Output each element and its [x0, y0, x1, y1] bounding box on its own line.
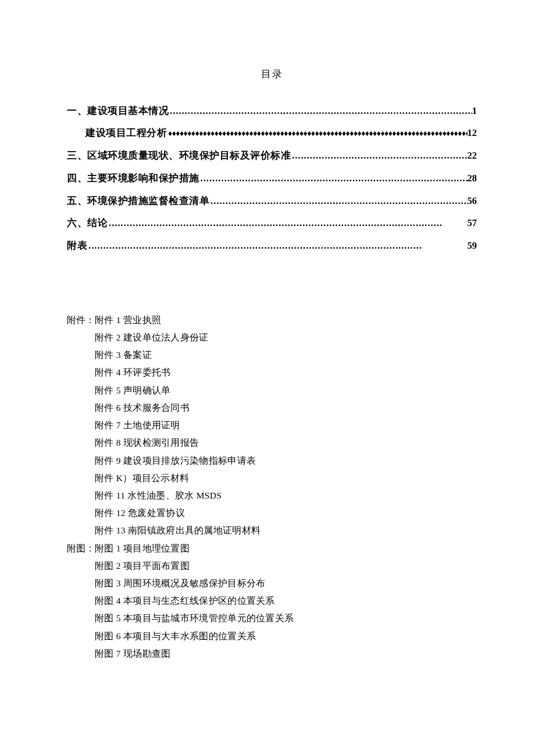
list-item: 附件 9 建设项目排放污染物指标申请表 [67, 452, 477, 470]
toc-page: 56 [468, 194, 477, 209]
toc-entry: 建设项目工程分析♦♦♦♦♦♦♦♦♦♦♦♦♦♦♦♦♦♦♦♦♦♦♦♦♦♦♦♦♦♦♦♦… [67, 126, 477, 141]
table-of-contents: 一、建设项目基本情况..............................… [67, 104, 477, 253]
toc-label: 四、主要环境影响和保护措施 [67, 171, 199, 186]
toc-page: 22 [468, 149, 477, 163]
list-item-text: 附图 5 本项目与盐城市环境管控单元的位置关系 [95, 610, 294, 627]
toc-entry: 六、结论....................................… [67, 216, 477, 231]
list-item: 附件 11 水性油墨、胶水 MSDS [67, 487, 477, 504]
toc-leader: ........................................… [169, 104, 472, 119]
list-item-text: 附图 7 现场勘查图 [95, 645, 171, 662]
toc-leader: ♦♦♦♦♦♦♦♦♦♦♦♦♦♦♦♦♦♦♦♦♦♦♦♦♦♦♦♦♦♦♦♦♦♦♦♦♦♦♦♦… [167, 127, 468, 139]
toc-leader: ........................................… [291, 149, 468, 163]
toc-page: 59 [468, 239, 477, 253]
list-item: 附图 5 本项目与盐城市环境管控单元的位置关系 [67, 610, 477, 627]
list-item: 附图 4 本项目与生态红线保护区的位置关系 [67, 592, 477, 610]
attachments-header: 附件： [67, 311, 95, 329]
list-item: 附图 7 现场勘查图 [67, 645, 477, 662]
list-item: 附件：附件 1 营业执照 [67, 311, 477, 329]
list-item: 附件 5 声明确认单 [67, 382, 477, 399]
list-item: 附件 7 土地使用证明 [67, 417, 477, 434]
toc-entry: 三、区域环境质量现状、环境保护目标及评价标准..................… [67, 149, 477, 163]
list-item-text: 附件 7 土地使用证明 [95, 417, 180, 434]
toc-page: 28 [468, 171, 477, 186]
list-item-text: 附件 4 环评委托书 [95, 364, 171, 381]
list-item: 附图 6 本项目与大丰水系图的位置关系 [67, 628, 477, 645]
attachments-section: 附件：附件 1 营业执照附件 2 建设单位法人身份证附件 3 备案证附件 4 环… [67, 311, 477, 540]
list-item-text: 附件 12 危废处置协议 [95, 504, 185, 522]
list-item-text: 附件 11 水性油墨、胶水 MSDS [95, 487, 222, 504]
page-title: 目录 [67, 67, 477, 82]
list-item-text: 附件 3 备案证 [95, 346, 152, 364]
list-item-text: 附图 4 本项目与生态红线保护区的位置关系 [95, 592, 275, 610]
list-item-text: 附件 13 南阳镇政府出具的属地证明材料 [95, 522, 261, 539]
toc-leader: ........................................… [87, 239, 468, 253]
list-item-text: 附件 2 建设单位法人身份证 [95, 329, 209, 346]
list-item-text: 附件 1 营业执照 [95, 311, 161, 329]
toc-entry: 四、主要环境影响和保护措施...........................… [67, 171, 477, 186]
list-item: 附图 3 周围环境概况及敏感保护目标分布 [67, 575, 477, 592]
list-item: 附件 4 环评委托书 [67, 364, 477, 381]
toc-label: 建设项目工程分析 [85, 126, 167, 141]
toc-label: 六、结论 [67, 216, 108, 231]
list-item-text: 附图 1 项目地理位置图 [95, 540, 190, 557]
toc-page: 57 [468, 216, 477, 231]
list-item-text: 附件 8 现状检测引用报告 [95, 434, 199, 452]
toc-label: 一、建设项目基本情况 [67, 104, 169, 119]
list-item: 附件 6 技术服务合同书 [67, 399, 477, 417]
list-item-text: 附件 6 技术服务合同书 [95, 399, 190, 417]
list-item: 附件 2 建设单位法人身份证 [67, 329, 477, 346]
list-item-text: 附件 9 建设项目排放污染物指标申请表 [95, 452, 256, 470]
list-item: 附件 12 危废处置协议 [67, 504, 477, 522]
toc-leader: ........................................… [199, 171, 468, 186]
toc-label: 五、环境保护措施监督检查清单 [67, 194, 209, 209]
toc-label: 三、区域环境质量现状、环境保护目标及评价标准 [67, 149, 291, 163]
list-item: 附件 3 备案证 [67, 346, 477, 364]
list-item-text: 附件 K）项目公示材料 [95, 470, 189, 487]
toc-entry: 一、建设项目基本情况..............................… [67, 104, 477, 119]
list-item: 附件 13 南阳镇政府出具的属地证明材料 [67, 522, 477, 539]
list-item: 附件 8 现状检测引用报告 [67, 434, 477, 452]
list-item: 附件 K）项目公示材料 [67, 470, 477, 487]
figures-section: 附图：附图 1 项目地理位置图附图 2 项目平面布置图附图 3 周围环境概况及敏… [67, 540, 477, 663]
toc-entry: 五、环境保护措施监督检查清单..........................… [67, 194, 477, 209]
toc-page: 12 [468, 126, 477, 141]
list-item-text: 附图 6 本项目与大丰水系图的位置关系 [95, 628, 256, 645]
figures-header: 附图： [67, 540, 95, 557]
list-item-text: 附件 5 声明确认单 [95, 382, 171, 399]
toc-label: 附表 [67, 239, 87, 253]
toc-leader: ........................................… [108, 216, 468, 231]
toc-leader: ........................................… [209, 194, 468, 209]
list-item: 附图 2 项目平面布置图 [67, 557, 477, 575]
list-item: 附图：附图 1 项目地理位置图 [67, 540, 477, 557]
list-item-text: 附图 3 周围环境概况及敏感保护目标分布 [95, 575, 266, 592]
toc-page: 1 [472, 104, 477, 119]
list-item-text: 附图 2 项目平面布置图 [95, 557, 190, 575]
toc-entry: 附表......................................… [67, 239, 477, 253]
